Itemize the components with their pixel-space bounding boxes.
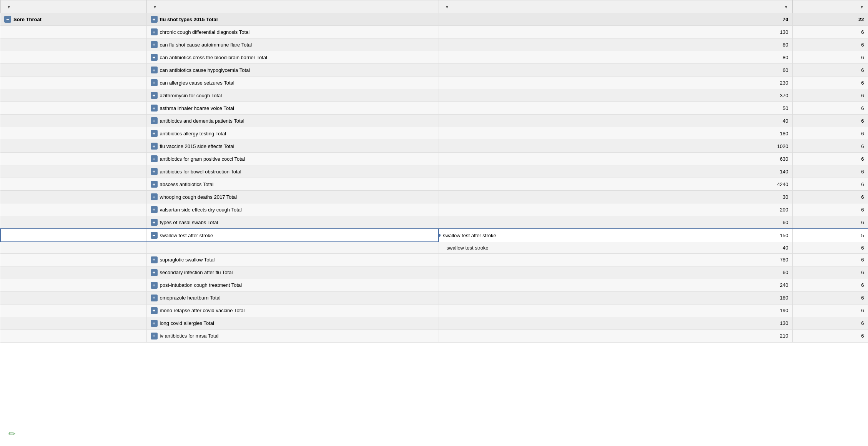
keyword-empty-22 bbox=[439, 279, 731, 291]
plus-button-11[interactable]: + bbox=[151, 143, 158, 150]
cluster-text-3: can flu shot cause autoimmune flare Tota… bbox=[160, 42, 252, 48]
keyword-cell-18: swallow test after stroke bbox=[439, 229, 731, 242]
category-empty-11 bbox=[0, 140, 146, 153]
plus-button-12[interactable]: + bbox=[151, 155, 158, 162]
minus-button-18[interactable]: − bbox=[151, 232, 158, 239]
plus-button-22[interactable]: + bbox=[151, 282, 158, 289]
plus-button-8[interactable]: + bbox=[151, 105, 158, 112]
cluster-cell-26: + iv antibiotics for mrsa Total bbox=[146, 330, 439, 342]
category-empty-19 bbox=[0, 242, 146, 253]
table-row-23: + omeprazole heartburn Total 180 6 bbox=[0, 291, 868, 304]
table-row-13: + antibiotics for bowel obstruction Tota… bbox=[0, 165, 868, 178]
table-row-7: + azithromycin for cough Total 370 6 bbox=[0, 89, 868, 102]
average-cell-25: 6 bbox=[792, 317, 868, 330]
plus-button-10[interactable]: + bbox=[151, 130, 158, 137]
average-cell-14: 6 bbox=[792, 178, 868, 191]
plus-button-sore-throat-cluster[interactable]: + bbox=[151, 16, 158, 23]
cluster-text-12: antibiotics for gram positive cocci Tota… bbox=[160, 156, 245, 162]
average-cell-17: 6 bbox=[792, 216, 868, 229]
table-row-19: swallow test stroke 40 6 bbox=[0, 242, 868, 253]
average-cell-18: 5 bbox=[792, 229, 868, 242]
plus-button-20[interactable]: + bbox=[151, 256, 158, 263]
average-cell-16: 6 bbox=[792, 203, 868, 216]
cluster-text-13: antibiotics for bowel obstruction Total bbox=[160, 169, 241, 175]
sum-cell-4: 80 bbox=[731, 51, 792, 64]
table-row-12: + antibiotics for gram positive cocci To… bbox=[0, 153, 868, 165]
sum-header[interactable]: ▼ bbox=[731, 0, 792, 13]
keyword-empty-5 bbox=[439, 64, 731, 77]
cluster-cell-12: + antibiotics for gram positive cocci To… bbox=[146, 153, 439, 165]
keyword-empty-9 bbox=[439, 115, 731, 127]
category-empty-10 bbox=[0, 127, 146, 140]
plus-button-3[interactable]: + bbox=[151, 41, 158, 48]
average-header[interactable]: ▼ bbox=[792, 0, 868, 13]
category-label: Sore Throat bbox=[13, 17, 42, 22]
keyword-empty-6 bbox=[439, 77, 731, 89]
average-cell-4: 6 bbox=[792, 51, 868, 64]
table-row-17: + types of nasal swabs Total 60 6 bbox=[0, 216, 868, 229]
table-row-4: + can antibiotics cross the blood-brain … bbox=[0, 51, 868, 64]
cluster-text-18: swallow test after stroke bbox=[160, 233, 213, 238]
cluster-text-23: omeprazole heartburn Total bbox=[160, 295, 221, 301]
sum-filter-icon[interactable]: ▼ bbox=[784, 5, 788, 9]
cluster-text-20: supraglotic swallow Total bbox=[160, 257, 215, 263]
sum-cell-3: 80 bbox=[731, 38, 792, 51]
table-container: ▼ ▼ ▼ ▼ ▼ bbox=[0, 0, 868, 446]
keyword-header[interactable]: ▼ bbox=[439, 0, 731, 13]
table-row-6: + can allergies cause seizures Total 230… bbox=[0, 77, 868, 89]
average-cell-19: 6 bbox=[792, 242, 868, 253]
keyword-empty-2 bbox=[439, 26, 731, 38]
sum-cell-24: 190 bbox=[731, 304, 792, 317]
plus-button-14[interactable]: + bbox=[151, 181, 158, 188]
table-row-3: + can flu shot cause autoimmune flare To… bbox=[0, 38, 868, 51]
keyword-cell-sore-throat bbox=[439, 13, 731, 26]
category-empty-24 bbox=[0, 304, 146, 317]
keyword-empty-10 bbox=[439, 127, 731, 140]
cluster-text-26: iv antibiotics for mrsa Total bbox=[160, 333, 219, 339]
plus-button-21[interactable]: + bbox=[151, 269, 158, 276]
plus-button-4[interactable]: + bbox=[151, 54, 158, 61]
cluster-text-4: can antibiotics cross the blood-brain ba… bbox=[160, 55, 267, 60]
plus-button-17[interactable]: + bbox=[151, 219, 158, 226]
cluster-cell-22: + post-intubation cough treatment Total bbox=[146, 279, 439, 291]
category-empty-26 bbox=[0, 330, 146, 342]
cluster-filter-icon[interactable]: ▼ bbox=[153, 5, 157, 9]
plus-button-26[interactable]: + bbox=[151, 333, 158, 339]
cluster-cell-8: + asthma inhaler hoarse voice Total bbox=[146, 102, 439, 115]
keyword-text-19: swallow test stroke bbox=[447, 245, 489, 251]
sum-cell-2: 130 bbox=[731, 26, 792, 38]
keyword-text-18: swallow test after stroke bbox=[443, 233, 496, 238]
keyword-empty-24 bbox=[439, 304, 731, 317]
cluster-cell-sore-throat: + flu shot types 2015 Total bbox=[146, 13, 439, 26]
plus-button-16[interactable]: + bbox=[151, 206, 158, 213]
cluster-cell-7: + azithromycin for cough Total bbox=[146, 89, 439, 102]
sum-cell-21: 60 bbox=[731, 266, 792, 279]
cluster-header[interactable]: ▼ bbox=[146, 0, 439, 13]
table-row-25: + long covid allergies Total 130 6 bbox=[0, 317, 868, 330]
cluster-text-22: post-intubation cough treatment Total bbox=[160, 282, 242, 288]
sum-cell-17: 60 bbox=[731, 216, 792, 229]
keyword-filter-icon[interactable]: ▼ bbox=[445, 5, 449, 9]
keyword-empty-25 bbox=[439, 317, 731, 330]
plus-button-2[interactable]: + bbox=[151, 28, 158, 35]
edit-icon-container[interactable]: ✏ bbox=[6, 428, 18, 440]
plus-button-9[interactable]: + bbox=[151, 117, 158, 124]
plus-button-13[interactable]: + bbox=[151, 168, 158, 175]
plus-button-24[interactable]: + bbox=[151, 307, 158, 314]
category-empty-9 bbox=[0, 115, 146, 127]
category-header[interactable]: ▼ bbox=[0, 0, 146, 13]
cluster-text-6: can allergies cause seizures Total bbox=[160, 80, 234, 86]
plus-button-25[interactable]: + bbox=[151, 320, 158, 327]
minus-button[interactable]: − bbox=[4, 16, 11, 23]
category-empty-14 bbox=[0, 178, 146, 191]
plus-button-7[interactable]: + bbox=[151, 92, 158, 99]
plus-button-6[interactable]: + bbox=[151, 79, 158, 86]
plus-button-5[interactable]: + bbox=[151, 67, 158, 73]
cluster-text-5: can antibiotics cause hypoglycemia Total bbox=[160, 67, 250, 73]
plus-button-15[interactable]: + bbox=[151, 193, 158, 200]
average-filter-icon[interactable]: ▼ bbox=[860, 5, 864, 9]
category-filter-icon[interactable]: ▼ bbox=[7, 5, 11, 9]
cluster-text-9: antibiotics and dementia patients Total bbox=[160, 118, 244, 124]
table-row-26: + iv antibiotics for mrsa Total 210 6 bbox=[0, 330, 868, 342]
plus-button-23[interactable]: + bbox=[151, 295, 158, 301]
